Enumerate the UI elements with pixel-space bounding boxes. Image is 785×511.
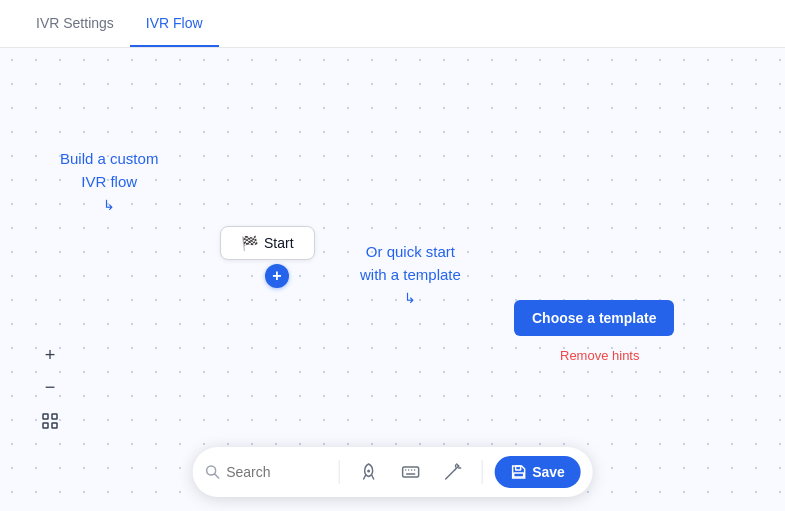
keyboard-icon [400,462,420,482]
svg-point-6 [367,470,370,473]
hint-build-arrow: ↳ [60,195,158,216]
hint-quick-line1: Or quick start [360,241,461,264]
toolbar-divider-1 [338,460,339,484]
svg-rect-3 [52,423,57,428]
choose-template-button[interactable]: Choose a template [514,300,674,336]
remove-hints-link[interactable]: Remove hints [560,348,639,363]
save-icon [510,464,526,480]
svg-line-13 [445,470,454,479]
hint-build-custom: Build a custom IVR flow ↳ [60,148,158,216]
flag-icon: 🏁 [241,235,258,251]
save-button[interactable]: Save [494,456,581,488]
hint-quick-start: Or quick start with a template ↳ [360,241,461,309]
svg-rect-0 [43,414,48,419]
svg-rect-17 [515,466,520,470]
svg-rect-18 [513,473,523,477]
search-input[interactable] [226,464,326,480]
canvas-area: Build a custom IVR flow ↳ 🏁 Start + Or q… [0,48,785,511]
fit-icon [41,412,59,430]
tab-ivr-settings[interactable]: IVR Settings [20,1,130,47]
rocket-button[interactable] [351,455,385,489]
bottom-toolbar: Save [192,447,593,497]
svg-line-16 [456,464,458,466]
fit-view-button[interactable] [36,407,64,435]
save-label: Save [532,464,565,480]
svg-rect-7 [402,467,418,477]
rocket-icon [358,462,378,482]
header: IVR Settings IVR Flow [0,0,785,48]
keyboard-button[interactable] [393,455,427,489]
hint-build-line2: IVR flow [60,171,158,194]
zoom-in-button[interactable]: + [36,341,64,369]
search-container [204,464,326,480]
zoom-controls: + − [36,341,64,435]
svg-rect-1 [52,414,57,419]
zoom-out-button[interactable]: − [36,373,64,401]
start-node-label: Start [264,235,294,251]
hint-build-line1: Build a custom [60,148,158,171]
start-node[interactable]: 🏁 Start [220,226,315,260]
add-node-button[interactable]: + [265,264,289,288]
toolbar-divider-2 [481,460,482,484]
hint-quick-line2: with a template [360,264,461,287]
tab-ivr-flow[interactable]: IVR Flow [130,1,219,47]
search-icon [204,464,220,480]
svg-line-5 [214,474,218,478]
wand-icon [442,462,462,482]
wand-button[interactable] [435,455,469,489]
svg-rect-2 [43,423,48,428]
hint-quick-arrow: ↳ [360,288,461,309]
